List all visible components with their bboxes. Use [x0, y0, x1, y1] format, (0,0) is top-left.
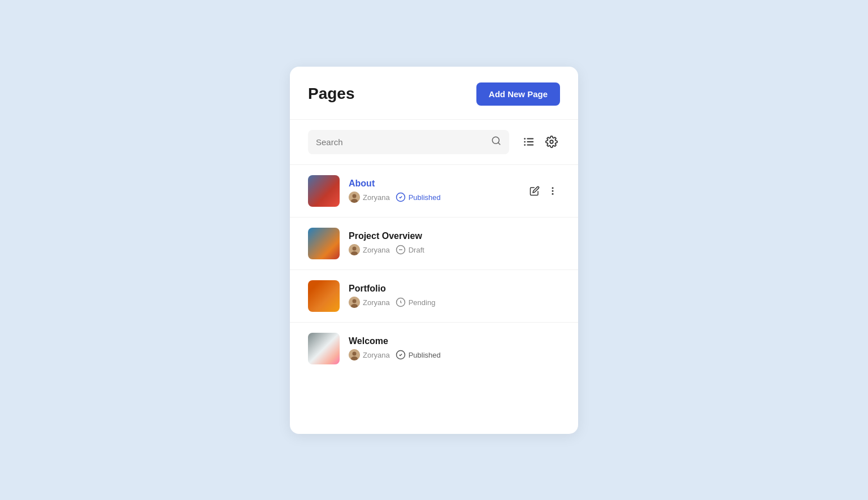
svg-point-25 — [353, 299, 357, 303]
status-badge: Published — [396, 192, 441, 202]
svg-point-22 — [552, 242, 554, 244]
page-thumbnail — [308, 280, 340, 312]
avatar — [349, 192, 360, 203]
svg-point-14 — [552, 190, 554, 192]
svg-point-23 — [552, 245, 554, 247]
published-icon — [396, 350, 406, 360]
page-name: Project Overview — [349, 231, 518, 241]
svg-point-36 — [552, 347, 554, 349]
page-info: Welcome Zoryana — [349, 336, 518, 360]
page-name: Welcome — [349, 336, 518, 346]
card-header: Pages Add New Page — [290, 67, 578, 120]
settings-button[interactable] — [543, 133, 560, 150]
svg-point-29 — [552, 295, 554, 297]
page-info: About Zoryana — [349, 179, 518, 203]
list-item[interactable]: About Zoryana — [290, 165, 578, 218]
svg-point-6 — [524, 141, 526, 143]
avatar — [349, 244, 360, 255]
page-title: Pages — [308, 85, 355, 103]
page-name: Portfolio — [349, 284, 518, 294]
add-new-page-button[interactable]: Add New Page — [476, 82, 560, 106]
search-icon — [491, 136, 501, 149]
draft-icon — [396, 245, 406, 255]
more-options-button[interactable] — [545, 236, 560, 251]
page-meta: Zoryana Published — [349, 192, 518, 203]
list-view-button[interactable] — [520, 133, 537, 150]
status-text: Published — [409, 351, 441, 359]
svg-point-5 — [524, 138, 526, 140]
page-thumbnail — [308, 333, 340, 364]
author-wrap: Zoryana — [349, 349, 390, 360]
list-item[interactable]: Welcome Zoryana — [290, 323, 578, 375]
edit-button[interactable] — [527, 341, 542, 356]
search-input[interactable] — [316, 137, 487, 147]
svg-line-1 — [498, 142, 500, 144]
page-meta: Zoryana Draft — [349, 244, 518, 255]
toolbar — [290, 120, 578, 165]
svg-point-13 — [552, 187, 554, 189]
svg-point-37 — [552, 350, 554, 352]
search-box — [308, 130, 509, 154]
more-options-button[interactable] — [545, 341, 560, 356]
svg-point-32 — [353, 352, 357, 356]
svg-point-30 — [552, 298, 554, 299]
page-info: Project Overview Zoryana — [349, 231, 518, 255]
status-text: Published — [409, 193, 441, 202]
svg-point-17 — [353, 247, 357, 251]
svg-point-7 — [524, 144, 526, 146]
status-text: Draft — [409, 246, 424, 254]
avatar — [349, 297, 360, 308]
page-meta: Zoryana Published — [349, 349, 518, 360]
status-badge: Draft — [396, 245, 424, 255]
toolbar-icons — [520, 133, 560, 150]
author-wrap: Zoryana — [349, 192, 390, 203]
svg-point-28 — [552, 292, 554, 294]
more-options-button[interactable] — [545, 184, 560, 198]
page-info: Portfolio Zoryana — [349, 284, 518, 308]
edit-button[interactable] — [527, 184, 542, 198]
status-text: Pending — [409, 298, 436, 307]
page-thumbnail — [308, 175, 340, 207]
status-badge: Published — [396, 350, 441, 360]
author-name: Zoryana — [363, 351, 390, 359]
author-name: Zoryana — [363, 246, 390, 254]
author-name: Zoryana — [363, 193, 390, 202]
author-wrap: Zoryana — [349, 297, 390, 308]
edit-button[interactable] — [527, 289, 542, 303]
page-name: About — [349, 179, 518, 189]
edit-button[interactable] — [527, 236, 542, 251]
page-thumbnail — [308, 228, 340, 259]
pages-list: About Zoryana — [290, 165, 578, 375]
avatar — [349, 349, 360, 360]
pages-card: Pages Add New Page — [290, 67, 578, 434]
list-item[interactable]: Project Overview Zoryana — [290, 218, 578, 270]
svg-point-10 — [353, 194, 357, 198]
svg-point-15 — [552, 193, 554, 194]
list-item[interactable]: Portfolio Zoryana — [290, 270, 578, 323]
author-name: Zoryana — [363, 298, 390, 307]
published-icon — [396, 192, 406, 202]
svg-point-8 — [550, 140, 553, 144]
author-wrap: Zoryana — [349, 244, 390, 255]
svg-point-21 — [552, 240, 554, 241]
pending-icon — [396, 297, 406, 307]
svg-point-35 — [552, 345, 554, 346]
status-badge: Pending — [396, 297, 436, 307]
page-actions — [527, 184, 560, 198]
page-meta: Zoryana Pending — [349, 297, 518, 308]
more-options-button[interactable] — [545, 289, 560, 303]
